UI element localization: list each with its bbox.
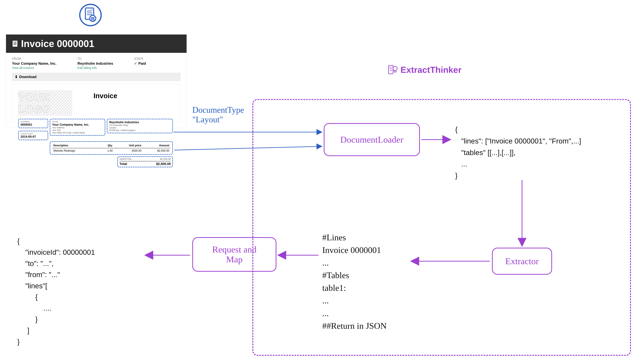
invoice-heading: Invoice [93, 92, 117, 100]
svg-point-12 [92, 20, 93, 20]
prompt-template-text: #Lines Invoice 0000001 ... #Tables table… [322, 231, 387, 332]
to-company: Reynholm Industries [78, 62, 113, 66]
logo-placeholder: YOUR LOGO [18, 90, 72, 116]
svg-point-6 [92, 17, 93, 18]
document-type-label: DocumentType "Layout" [192, 105, 244, 124]
table-row: Website Redesign 1.00 2500.00 $2,500.00 [52, 148, 170, 153]
check-icon: ✓ [134, 62, 137, 66]
loader-output-json: { "lines": ["Invoice 0000001", "From",..… [455, 124, 581, 182]
chip-totals: SUBTOTAL$2,500.00 Total$2,500.00 [117, 156, 173, 167]
from-label: FROM [12, 57, 57, 60]
to-link: Edit billing info [78, 66, 113, 70]
download-bar: ⬇ Download [12, 73, 181, 81]
from-link: View all invoices [12, 66, 57, 70]
logo-text: YOUR LOGO [18, 90, 72, 116]
chip-from: FROM Your Company Name, Inc. Your Addres… [50, 119, 105, 136]
final-output-json: { "invoiceId": 00000001 "to": "...", "fr… [17, 236, 95, 347]
invoice-title: Invoice 0000001 [21, 38, 94, 49]
chip-line-items: Description Qty. Unit price Amount Websi… [50, 141, 173, 155]
invoice-meta: FROM Your Company Name, Inc. View all in… [6, 53, 187, 73]
svg-point-13 [94, 20, 94, 20]
svg-point-22 [393, 66, 397, 70]
node-extractor: Extractor [492, 248, 552, 275]
svg-point-7 [94, 17, 94, 18]
brand-logo: ExtractThinker [388, 64, 462, 75]
svg-point-11 [91, 20, 92, 20]
svg-point-9 [92, 18, 93, 19]
state-value: Paid [138, 62, 146, 66]
svg-rect-18 [389, 66, 393, 74]
node-request-map: Request and Map [192, 237, 276, 272]
invoice-header-icon [12, 40, 18, 47]
state-label: STATE [134, 57, 146, 60]
diagram-canvas: Invoice 0000001 FROM Your Company Name, … [0, 0, 638, 364]
invoice-body: YOUR LOGO Invoice NUMBER 0000001 ISSUE D… [12, 84, 181, 122]
lightbulb-doc-icon [388, 64, 398, 75]
invoice-mockup: Invoice 0000001 FROM Your Company Name, … [6, 34, 187, 128]
document-circle-icon [79, 4, 102, 26]
chip-issue-date: ISSUE DATE 2014-05-07 [18, 131, 48, 140]
download-icon: ⬇ [15, 75, 18, 79]
svg-rect-14 [13, 41, 18, 47]
download-label: Download [19, 75, 37, 79]
node-document-loader: DocumentLoader [324, 123, 420, 156]
brand-name: ExtractThinker [401, 65, 462, 75]
chip-number: NUMBER 0000001 [18, 119, 48, 128]
invoice-header: Invoice 0000001 [6, 34, 187, 53]
from-company: Your Company Name, Inc. [12, 62, 57, 66]
to-label: TO [78, 57, 113, 60]
svg-point-8 [91, 18, 92, 19]
chip-to: Reynholm Industries 123 Carenden Road Lo… [107, 119, 173, 133]
svg-point-10 [94, 18, 94, 19]
svg-point-5 [91, 17, 92, 18]
svg-rect-23 [394, 70, 396, 72]
